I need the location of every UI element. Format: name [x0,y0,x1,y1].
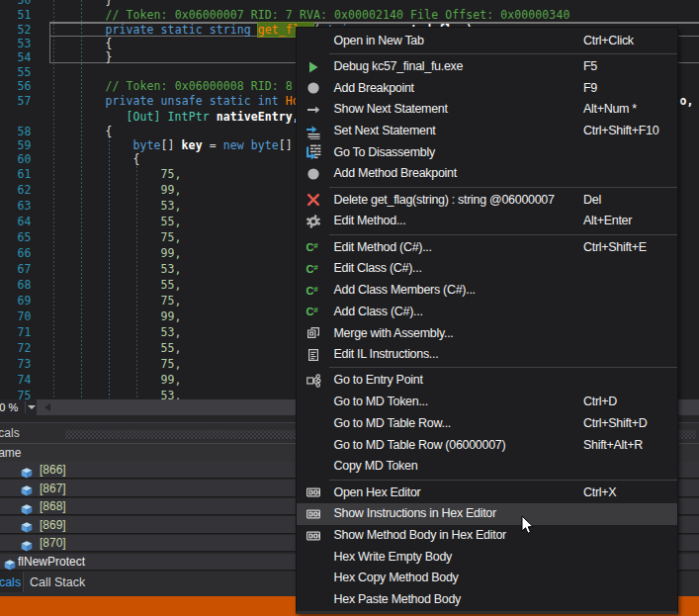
menu-item-copy-md-token[interactable]: Copy MD Token [297,456,678,478]
code-token: nativeEntry, [217,110,300,124]
code-token: ] [154,110,168,124]
indent-guide [109,136,110,398]
line-number: 70 [0,309,32,324]
editor-vertical-scrollbar[interactable] [686,0,699,398]
line-number: 57 [0,94,32,109]
menu-item-label: Hex Write Empty Body [334,550,453,564]
line-number: 69 [0,294,32,308]
hex-icon [306,506,321,522]
menu-item-shortcut: Del [583,193,601,207]
line-number: 55 [0,65,32,80]
mouse-cursor [521,515,535,536]
menu-item-open-hex-editor[interactable]: Open Hex EditorCtrl+X [297,482,678,503]
code-token: } [106,50,113,64]
svg-text:#: # [313,284,318,293]
menu-item-shortcut: Alt+Num * [583,102,637,116]
menu-item-show-next-statement[interactable]: Show Next StatementAlt+Num * [297,99,678,121]
menu-item-shortcut: F9 [583,81,597,95]
code-token: 55, [161,341,182,355]
menu-item-shortcut: Ctrl+Shift+F10 [583,124,658,137]
menu-item-merge-with-assembly[interactable]: Merge with Assembly... [297,322,678,344]
menu-item-add-class-c[interactable]: C#Add Class (C#)... [297,302,678,323]
code-token: 75, [161,230,182,244]
menu-item-debug-kc57-final-fu-exe[interactable]: Debug kc57_final_fu.exeF5 [297,56,678,78]
scroll-up-button[interactable] [686,0,699,11]
menu-item-label: Edit Class (C#)... [334,261,422,275]
menu-item-go-to-md-table-row[interactable]: Go to MD Table Row...Ctrl+Shift+D [297,413,678,435]
menu-item-label: Add Breakpoint [334,81,414,95]
circle-icon [306,80,321,96]
delete-x-icon [306,192,321,208]
menu-item-label: Go to MD Table Row (06000007) [334,438,506,452]
menu-item-hex-copy-method-body[interactable]: Hex Copy Method Body [297,568,678,589]
csharp-icon: C# [306,283,321,299]
menu-item-show-method-body-in-hex-editor[interactable]: Show Method Body in Hex Editor [297,525,678,547]
menu-item-edit-method-c[interactable]: C#Edit Method (C#)...Ctrl+Shift+E [297,237,678,259]
menu-item-label: Copy MD Token [334,459,418,473]
menu-item-edit-il-instructions[interactable]: Edit IL Instructions... [297,344,678,366]
menu-item-edit-class-c[interactable]: C#Edit Class (C#)... [297,258,678,280]
code-token: // Token: 0x06000007 RID: 7 RVA: 0x00002… [106,8,570,22]
menu-item-label: Add Class (C#)... [334,305,423,318]
menu-item-label: Edit Method... [334,214,406,227]
csharp-icon: C# [306,304,321,319]
code-token: private static string [106,23,258,37]
svg-text:#: # [313,263,318,272]
menu-item-label: Add Class Members (C#)... [334,283,476,297]
csharp-icon: C# [306,239,321,255]
tab-call-stack[interactable]: Call Stack [30,575,85,589]
locals-row-label: [869] [40,518,66,532]
tab-locals[interactable]: Locals [0,572,23,592]
menu-item-label: Go to MD Table Row... [334,416,452,430]
menu-item-set-next-statement[interactable]: Set Next StatementCtrl+Shift+F10 [297,121,678,142]
zoom-dropdown-button[interactable] [27,400,38,414]
menu-item-label: Go to MD Token... [334,395,428,408]
menu-item-delete-get-flag-string-string-06000007[interactable]: Delete get_flag(string) : string @060000… [297,190,678,212]
scroll-left-arrow-icon[interactable] [44,403,50,411]
menu-item-go-to-entry-point[interactable]: Go to Entry Point [297,370,678,392]
menu-item-label: Show Instructions in Hex Editor [334,506,496,520]
menu-item-show-instructions-in-hex-editor[interactable]: Show Instructions in Hex Editor [297,503,678,525]
svg-text:#: # [313,306,318,314]
line-number: 73 [0,357,32,372]
menu-item-add-method-breakpoint[interactable]: Add Method Breakpoint [297,163,678,185]
menu-item-go-to-md-table-row-06000007[interactable]: Go to MD Table Row (06000007)Shift+Alt+R [297,434,678,456]
menu-item-shortcut: Ctrl+Click [583,34,634,47]
menu-item-label: Go To Disassembly [334,145,435,159]
code-token: [] [279,138,293,152]
locals-row-label: [870] [40,536,66,550]
line-number: 59 [0,138,32,153]
menu-item-add-class-members-c[interactable]: C#Add Class Members (C#)... [297,280,678,302]
code-token [244,138,251,152]
locals-row-label: [866] [40,463,66,477]
menu-item-hex-write-empty-body[interactable]: Hex Write Empty Body [297,546,678,568]
menu-item-edit-method[interactable]: Edit Method...Alt+Enter [297,211,678,232]
menu-item-label: Add Method Breakpoint [334,166,457,180]
line-number: 53 [0,37,32,51]
menu-item-go-to-md-token[interactable]: Go to MD Token...Ctrl+D [297,392,678,413]
local-variable-cube-icon [4,560,16,571]
code-token: 75, [161,167,182,181]
locals-row-label: [868] [40,499,66,513]
menu-item-shortcut: Ctrl+X [583,485,616,499]
hex-icon [306,528,321,544]
menu-item-label: Merge with Assembly... [334,326,454,340]
line-number: 54 [0,50,32,65]
line-number: 63 [0,199,32,214]
line-number: 60 [0,152,32,167]
menu-item-open-in-new-tab[interactable]: Open in New TabCtrl+Click [297,31,678,52]
hex-icon [306,484,321,500]
zoom-separator [25,401,26,414]
tab-separator [23,572,24,592]
entry-point-icon [306,373,321,389]
menu-item-add-breakpoint[interactable]: Add BreakpointF9 [297,78,678,100]
code-token: 55, [161,278,182,292]
menu-item-shortcut: Ctrl+Shift+E [583,240,647,254]
menu-item-hex-paste-method-body[interactable]: Hex Paste Method Body [297,589,678,611]
code-token: 75, [161,294,182,308]
line-number: 74 [0,373,32,388]
menu-item-go-to-disassembly[interactable]: Go To Disassembly [297,142,678,164]
chevron-down-icon [28,405,36,409]
code-token: 55, [161,215,182,228]
code-token: byte [133,138,161,152]
